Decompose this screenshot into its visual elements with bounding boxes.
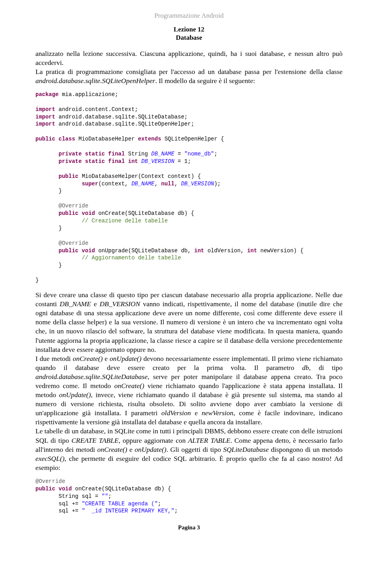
- intro-text-1: analizzato nella lezione successiva. Cia…: [35, 49, 343, 67]
- intro-text-2: La pratica di programmazione consigliata…: [35, 67, 343, 85]
- header-lesson: Lezione 12 Database: [35, 25, 343, 42]
- page-content: Programmazione Android Lezione 12 Databa…: [0, 0, 378, 543]
- after-code-paragraphs: Si deve creare una classe di questo tipo…: [35, 290, 343, 472]
- page-footer: Pagina 3: [35, 524, 343, 531]
- intro-paragraph: analizzato nella lezione successiva. Cia…: [35, 49, 343, 85]
- paragraph-tables-desc: Le tabelle di un database, in SQLite com…: [35, 427, 343, 472]
- paragraph-class-desc: Si deve creare una classe di questo tipo…: [35, 290, 343, 354]
- code-block-1: package mia.applicazione; import android…: [35, 91, 343, 284]
- header-lesson-line2: Database: [176, 34, 202, 41]
- code-block-2: @Override public void onCreate(SQLiteDat…: [35, 478, 343, 515]
- paragraph-methods-desc: I due metodi onCreate() e onUpdate() dev…: [35, 354, 343, 427]
- header-course: Programmazione Android: [35, 12, 343, 20]
- header-lesson-line1: Lezione 12: [174, 26, 204, 33]
